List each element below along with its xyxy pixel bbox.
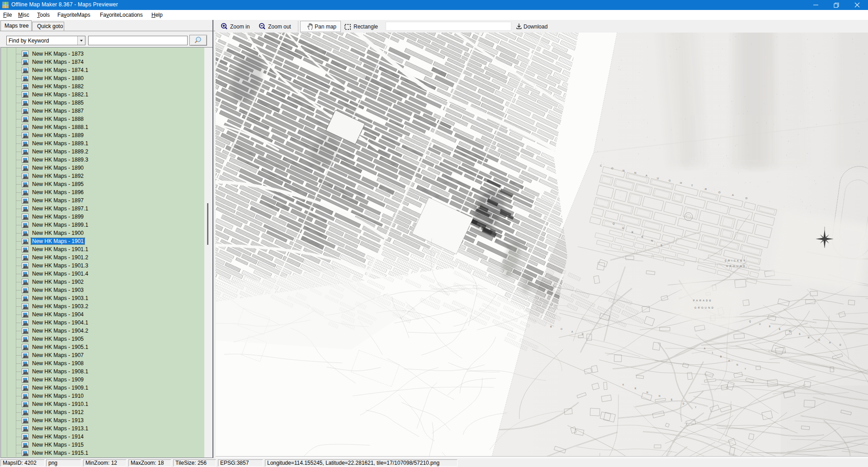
svg-text:S: S xyxy=(660,244,662,247)
svg-text:Q: Q xyxy=(613,222,615,225)
svg-text:L: L xyxy=(712,351,713,354)
svg-text:GROUND: GROUND xyxy=(726,265,746,267)
svg-text:R: R xyxy=(550,325,552,328)
svg-text:N: N xyxy=(623,169,624,172)
svg-text:Q: Q xyxy=(749,320,751,323)
svg-text:N: N xyxy=(646,391,648,394)
svg-text:A: A xyxy=(646,174,647,177)
svg-text:E: E xyxy=(642,235,643,238)
svg-text:N: N xyxy=(634,172,636,174)
svg-text:U: U xyxy=(657,177,659,180)
svg-text:PARADE: PARADE xyxy=(693,299,712,302)
svg-text:T: T xyxy=(691,184,693,187)
svg-text:D: D xyxy=(745,197,748,200)
svg-text:R: R xyxy=(705,188,707,191)
svg-text:GROUND: GROUND xyxy=(694,306,715,309)
svg-text:G: G xyxy=(669,179,671,182)
svg-text:D: D xyxy=(840,343,841,346)
svg-text:C: C xyxy=(600,164,602,167)
svg-text:O: O xyxy=(718,191,721,194)
svg-text:O: O xyxy=(561,328,562,330)
svg-text:E: E xyxy=(632,231,633,234)
svg-text:N: N xyxy=(659,395,660,397)
svg-text:U: U xyxy=(759,323,761,325)
svg-text:R: R xyxy=(808,336,810,339)
svg-text:D: D xyxy=(683,402,684,405)
svg-text:O: O xyxy=(818,338,820,341)
svg-text:H: H xyxy=(680,181,682,184)
svg-text:CRICKET: CRICKET xyxy=(725,259,747,262)
svg-text:N: N xyxy=(736,363,738,366)
svg-text:N: N xyxy=(789,330,791,333)
svg-text:U: U xyxy=(622,227,624,229)
svg-text:N: N xyxy=(651,239,653,242)
svg-text:D: D xyxy=(582,333,584,335)
svg-text:O: O xyxy=(611,167,613,170)
svg-text:A: A xyxy=(732,194,734,196)
